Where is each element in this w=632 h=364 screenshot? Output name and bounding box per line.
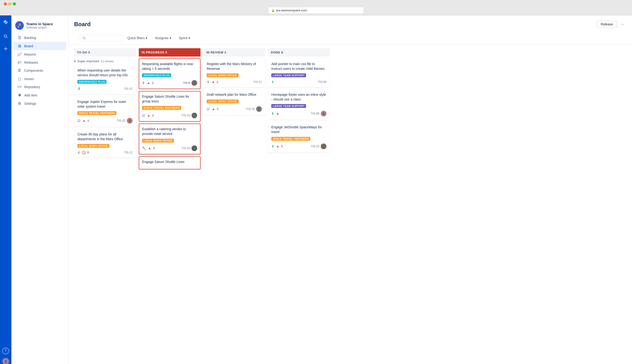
board-icon: ⊞ — [17, 44, 22, 48]
nav-reports[interactable]: 📈 Reports — [13, 50, 66, 58]
story-icon: ⬆ — [142, 81, 145, 85]
card-tis-11[interactable]: Register with the Mars Ministry of Reven… — [204, 58, 265, 87]
group-label: Super important — [77, 60, 99, 63]
card-avatar: 👤 — [192, 80, 197, 86]
card-id: TIS-25 — [117, 119, 126, 122]
card-count: 5 — [281, 144, 283, 148]
nav-releases[interactable]: 🏷 Releases — [13, 58, 66, 66]
card-avatar: 👤 — [321, 144, 326, 149]
jira-logo[interactable] — [2, 18, 10, 26]
sprint-filter-button[interactable]: Sprint ▾ — [176, 35, 193, 41]
done-label: DONE — [271, 50, 280, 54]
issues-icon: ◻ — [17, 76, 22, 81]
card-avatar: 👤 — [256, 106, 262, 112]
card-tis-15-network[interactable]: Draft network plan for Mars Office LOCAL… — [204, 89, 265, 115]
nav-backlog[interactable]: ☰ Backlog — [13, 34, 66, 42]
column-todo: TO DO 5 ▾ Super important 11 issues When… — [74, 48, 136, 160]
priority-icon: 🔺 — [276, 112, 280, 116]
inprogress-count: 5 — [165, 50, 167, 54]
card-tis-8[interactable]: Requesting available flights is now taki… — [139, 58, 200, 89]
nav-repository-label: Repository — [24, 85, 40, 89]
card-tag: LARGE TEAM SUPPORT — [271, 74, 306, 77]
repository-icon: <> — [17, 85, 22, 89]
help-rail-icon[interactable]: ? — [2, 348, 9, 354]
todo-count: 5 — [88, 50, 90, 54]
search-icon — [82, 36, 86, 40]
assignee-filter-button[interactable]: Assignee ▾ — [152, 35, 174, 41]
card-tis-12[interactable]: Create 90 day plans for all departments … — [74, 129, 136, 158]
group-chevron: ▾ — [74, 60, 76, 63]
card-footer: ☑ 🔺 4 TIS-15 👤 — [142, 112, 197, 118]
card-tag: LOCAL MARS OFFICE — [207, 100, 238, 103]
search-rail-icon[interactable] — [2, 32, 10, 40]
user-avatar-rail[interactable]: 👤 — [2, 358, 9, 364]
card-count: 4 — [153, 146, 155, 150]
nav-components[interactable]: 🗓 Components — [13, 66, 66, 74]
card-tis-15-catering[interactable]: Establish a catering vendor to provide m… — [139, 124, 200, 154]
card-tis-68[interactable]: Homepage footer uses an inline style - s… — [268, 89, 330, 120]
nav-repository[interactable]: <> Repository — [13, 83, 66, 91]
settings-icon: ⚙ — [17, 101, 22, 106]
card-count: 4 — [152, 114, 154, 117]
nav-add-item[interactable]: ✚ Add item — [13, 91, 66, 99]
column-header-inprogress: IN PROGRESS 5 — [139, 48, 200, 56]
create-rail-icon[interactable] — [2, 45, 10, 52]
card-tag: SPACE TRAVEL PARTNERS — [142, 106, 181, 110]
card-id: TIS-15 — [182, 146, 190, 150]
card-tis-15-tours[interactable]: Engage Saturn Shuttle Lines for group to… — [139, 91, 200, 122]
card-tis-56[interactable]: Add pointer to main css file to instruct… — [268, 58, 330, 87]
story-icon: ⬆ — [78, 151, 80, 154]
browser-minimize-btn[interactable] — [8, 2, 12, 6]
inreview-label: IN REVIEW — [206, 50, 223, 54]
card-tis-25[interactable]: Engage Jupiter Express for outer solar s… — [74, 96, 136, 127]
url-text: jira.teamsinspace.com — [276, 8, 307, 12]
url-bar[interactable]: 🔒 jira.teamsinspace.com — [268, 7, 364, 13]
browser-maximize-btn[interactable] — [13, 2, 16, 6]
nav-issues[interactable]: ◻ Issues — [13, 74, 66, 83]
priority-icon: 🔺 — [146, 81, 150, 85]
quick-filters-button[interactable]: Quick filters ▾ — [124, 35, 150, 41]
card-id: TIS-23 — [311, 145, 319, 148]
add-item-icon: ✚ — [17, 93, 22, 98]
card-count: 3 — [216, 80, 218, 84]
more-options-button[interactable]: ··· — [619, 20, 626, 28]
header-actions: Release ··· — [597, 20, 626, 28]
group-count: 11 issues — [101, 60, 114, 63]
card-footer: ⬆ 🚫 9 TIS-12 — [78, 151, 132, 154]
column-header-done: DONE 8 — [268, 48, 330, 56]
card-count: 3 — [152, 81, 154, 85]
inreview-count: 2 — [224, 50, 226, 54]
nav-board[interactable]: ⊞ Board — [13, 42, 66, 50]
search-box[interactable] — [80, 35, 122, 41]
block-icon: 🚫 — [82, 151, 86, 154]
card-tis-37[interactable]: When requesting user details the service… — [74, 65, 136, 94]
releases-icon: 🏷 — [17, 60, 22, 65]
assignee-label: Assignee — [155, 36, 169, 40]
card-avatar: 👤 — [321, 111, 326, 116]
main-content: Board Release ··· Quick filters ▾ — [68, 16, 632, 364]
assignee-chevron: ▾ — [170, 36, 171, 40]
card-engage-saturn[interactable]: Engage Saturn Shuttle Lines — [139, 156, 200, 170]
story-icon: ⬆ — [78, 86, 80, 91]
board-filters: Quick filters ▾ Assignee ▾ Sprint ▾ — [74, 32, 626, 44]
browser-close-btn[interactable] — [4, 2, 7, 6]
card-tis-23[interactable]: Engage JetShuttle SpaceWays for travel S… — [268, 122, 330, 152]
nav-releases-label: Releases — [24, 60, 38, 64]
release-button[interactable]: Release — [597, 21, 617, 28]
card-title: Establish a catering vendor to provide m… — [142, 127, 197, 136]
card-id: TIS-15 — [182, 114, 190, 117]
done-count: 8 — [281, 50, 283, 54]
nav-reports-label: Reports — [24, 52, 36, 56]
priority-icon: 🔺 — [148, 146, 152, 150]
card-tag: SPACE TRAVEL PARTNERS — [78, 111, 116, 115]
project-name: Teams in Space — [26, 22, 53, 26]
nav-board-label: Board — [24, 44, 33, 48]
column-done: DONE 8 Add pointer to main css file to i… — [268, 48, 330, 154]
inprogress-label: IN PROGRESS — [142, 50, 164, 54]
card-id: TIS-68 — [311, 112, 319, 115]
card-tag: SEESPACEEZ PLUS — [78, 80, 106, 84]
nav-settings[interactable]: ⚙ Settings — [13, 99, 66, 108]
card-id: TIS-56 — [318, 80, 326, 84]
backlog-icon: ☰ — [17, 36, 22, 40]
group-header[interactable]: ▾ Super important 11 issues — [74, 58, 136, 65]
